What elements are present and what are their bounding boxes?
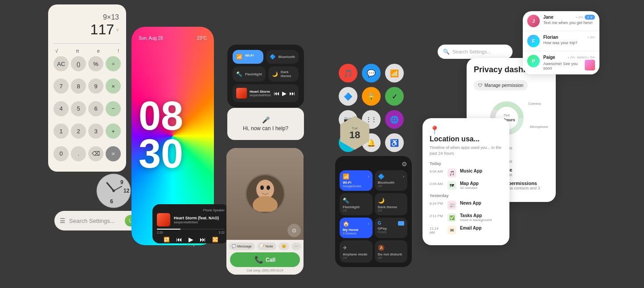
voice-mic-icon: 🎤 (262, 116, 270, 123)
qc-wifi-tile[interactable]: 📶 › Wi-Fi GoogleGuest (340, 170, 373, 191)
jane-name: Jane (543, 15, 554, 20)
qc-gpay-icon: G (378, 221, 381, 226)
qc-home-tile[interactable]: 🏠 › My Home 0 Devices (340, 218, 373, 238)
qs-flashlight-tile[interactable]: 🔦 Flashlight (233, 66, 266, 82)
call-face-area: ⊙ (226, 148, 304, 240)
call-extra-btn[interactable]: ⋯ (291, 243, 301, 250)
calc-btn-7[interactable]: 7 (53, 78, 69, 94)
florian-avatar: F (527, 35, 540, 47)
call-screen: ⊙ 💬 Message 📝 Note 😊 ⋯ 📞 Call Call using… (226, 148, 304, 275)
music-dot (187, 245, 189, 247)
search-settings-bar[interactable]: 🔍 Search Settings... (438, 45, 513, 59)
icon-check[interactable]: ✓ (385, 87, 404, 106)
phone-status-bar: Sun, Aug 28 23°C (139, 36, 207, 41)
section-today: Today (430, 161, 502, 166)
calc-btn-ac[interactable]: AC (53, 56, 69, 71)
qc-darktheme-tile[interactable]: 🌙 Dark theme Off (375, 193, 408, 215)
music-player: Phone Speaker Heart Storm (feat. NAO) se… (152, 204, 229, 243)
calc-result: 117 (90, 21, 114, 38)
music-btn-shuffle[interactable]: 🔀 (212, 237, 218, 243)
qc-wifi-arrow: › (368, 174, 369, 179)
voice-assistant: 🎤 Hi, now can I help? (227, 108, 304, 140)
email-app-icon: ✉ (447, 226, 456, 235)
qs-wifi-tile[interactable]: 📶 Wi-Fi › (233, 50, 263, 64)
calc-btn-minus[interactable]: − (106, 101, 121, 116)
msg-item-florian[interactable]: F Florian • 2m How was your trip? (523, 31, 599, 51)
music-app-icon: 🎵 (447, 169, 456, 177)
calc-btn-plus[interactable]: + (106, 123, 121, 139)
florian-name: Florian (543, 35, 558, 40)
svg-text:Past: Past (504, 114, 510, 117)
calc-btn-3[interactable]: 3 (88, 123, 103, 139)
music-title: Heart Storm (feat. NAO) (174, 216, 225, 220)
music-btn-prev[interactable]: ⏮ (176, 236, 182, 243)
calc-btn-4[interactable]: 4 (53, 101, 69, 116)
settings-gear-icon[interactable]: ⚙ (402, 160, 407, 168)
qs-music-next[interactable]: ⏭ (289, 90, 295, 97)
icon-bluetooth[interactable]: 🔷 (339, 87, 357, 106)
calc-btn-9[interactable]: 9 (88, 78, 103, 94)
calc-btn-8[interactable]: 8 (71, 78, 86, 94)
icon-messages[interactable]: 💬 (362, 64, 381, 82)
music-progress-bar[interactable] (157, 229, 225, 230)
calc-expression: 9×13 (55, 13, 119, 21)
qs-music-thumb (236, 88, 247, 99)
mail-search-bar[interactable]: ☰ Search Settings... U (54, 211, 142, 230)
calc-btn-5[interactable]: 5 (71, 101, 86, 116)
msg-item-paige[interactable]: P Paige • 2m added • 5m Awesome! See you… (523, 51, 599, 74)
qs-wifi-label: Wi-Fi (245, 53, 254, 58)
qc-darktheme-label: Dark theme (378, 205, 405, 209)
qc-airplane-tile[interactable]: ✈ Airplane mode Off (340, 240, 373, 263)
qc-darktheme-icon: 🌙 (378, 197, 385, 204)
icon-wifi[interactable]: 📶 (385, 64, 404, 82)
qs-music-prev[interactable]: ⏮ (274, 90, 279, 97)
calc-btn-6[interactable]: 6 (88, 101, 103, 116)
qc-dnd-icon: 🔕 (378, 245, 385, 251)
qs-music-play[interactable]: ▶ (282, 90, 287, 97)
phone-date: Sun, Aug 28 (139, 36, 163, 41)
jane-time: • 2m (576, 15, 583, 19)
svg-text:9: 9 (120, 179, 123, 185)
qs-music-title: Heart Storm (250, 90, 271, 94)
calc-btn-equals[interactable]: = (106, 146, 121, 161)
call-note-btn[interactable]: 📝 Note (257, 243, 276, 250)
calc-btn-backspace[interactable]: ⌫ (88, 146, 103, 161)
message-icon: 💬 (232, 244, 236, 248)
calc-btn-2[interactable]: 2 (71, 123, 86, 139)
qs-music-subtitle: serpentwithfeet (250, 94, 271, 97)
phone-minute: 30 (139, 135, 207, 173)
icon-accessibility[interactable]: ♿ (385, 133, 404, 152)
call-message-btn[interactable]: 💬 Message (229, 243, 254, 250)
call-button[interactable]: 📞 Call (230, 252, 300, 267)
qc-bluetooth-label: Bluetooth (378, 181, 405, 185)
calc-btn-divide[interactable]: ÷ (106, 56, 121, 71)
msg-item-jane[interactable]: J Jane • 2m 2 ∨ Text me when you get her… (523, 11, 599, 31)
qc-gpay-tile[interactable]: G GPay Ready (375, 218, 408, 238)
paige-message-content: Paige • 2m added • 5m Awesome! See you s… (543, 55, 595, 70)
location-usage-subtitle: Timeline of when apps used you... in the… (430, 145, 502, 156)
qc-dnd-tile[interactable]: 🔕 Do not disturb Off (375, 240, 408, 263)
qc-wifi-label: Wi-Fi (343, 181, 369, 185)
icon-music[interactable]: 🎵 (339, 64, 357, 82)
calc-btn-1[interactable]: 1 (53, 123, 69, 139)
qs-music-bar[interactable]: Heart Storm serpentwithfeet ⏮ ▶ ⏭ (233, 84, 299, 102)
calc-btn-dot[interactable]: . (71, 146, 86, 161)
music-btn-next[interactable]: ⏭ (200, 236, 206, 243)
calc-btn-0[interactable]: 0 (53, 146, 69, 161)
manage-permission-button[interactable]: 🛡 Manage permission (474, 80, 528, 91)
qs-darktheme-tile[interactable]: 🌙 Dark theme (268, 66, 299, 82)
icon-globe[interactable]: 🌐 (385, 110, 404, 129)
icon-security[interactable]: 🔒 (362, 87, 381, 106)
qs-bluetooth-tile[interactable]: 🔷 Bluetooth (266, 50, 299, 64)
calc-btn-multiply[interactable]: × (106, 78, 121, 94)
qc-bluetooth-tile[interactable]: 🔷 › Bluetooth Off (375, 170, 408, 191)
news-app-icon: 📰 (447, 201, 456, 210)
music-btn-loop[interactable]: 🔁 (164, 237, 170, 243)
qc-flashlight-tile[interactable]: 🔦 Flashlight Off (340, 193, 373, 215)
call-emoji-btn[interactable]: 😊 (279, 243, 289, 250)
calc-btn-parens[interactable]: () (71, 56, 86, 71)
qc-dnd-label: Do not disturb (378, 252, 405, 256)
phone-call-icon: 📞 (254, 255, 263, 264)
music-btn-play[interactable]: ▶ (189, 236, 193, 243)
calc-btn-percent[interactable]: % (88, 56, 103, 71)
